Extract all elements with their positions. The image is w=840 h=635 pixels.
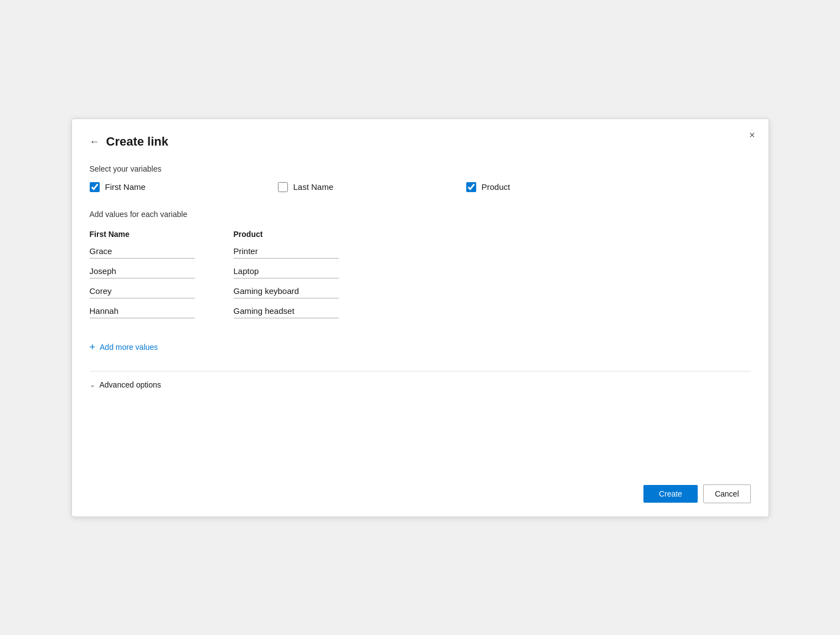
table-row (90, 304, 751, 318)
product-label[interactable]: Product (482, 182, 511, 192)
advanced-section: ⌄ Advanced options (90, 371, 751, 389)
table-row (90, 264, 751, 278)
col-header-first-name: First Name (90, 230, 212, 239)
checkbox-row: First Name Last Name Product (90, 182, 751, 192)
first-name-input-2[interactable] (90, 284, 195, 298)
advanced-options-toggle[interactable]: ⌄ Advanced options (90, 380, 161, 389)
create-button[interactable]: Create (643, 485, 698, 503)
checkbox-first-name: First Name (90, 182, 278, 192)
first-name-input-0[interactable] (90, 244, 195, 259)
first-name-checkbox[interactable] (90, 182, 100, 192)
add-more-label: Add more values (100, 343, 158, 352)
values-section: Add values for each variable First Name … (90, 210, 751, 324)
dialog-title: Create link (106, 135, 169, 149)
variables-section: Select your variables First Name Last Na… (90, 164, 751, 192)
variables-section-label: Select your variables (90, 164, 751, 173)
chevron-down-icon: ⌄ (90, 381, 95, 389)
product-input-2[interactable] (234, 284, 339, 298)
product-input-3[interactable] (234, 304, 339, 318)
values-header-row: First Name Product (90, 230, 751, 239)
dialog-footer: Create Cancel (643, 484, 751, 503)
close-icon[interactable]: × (749, 130, 755, 140)
first-name-input-1[interactable] (90, 264, 195, 278)
back-icon[interactable]: ← (90, 137, 100, 147)
cancel-button[interactable]: Cancel (703, 484, 751, 503)
values-section-title: Add values for each variable (90, 210, 751, 219)
col-header-product: Product (234, 230, 355, 239)
dialog-header: ← Create link (90, 135, 751, 149)
checkbox-last-name: Last Name (278, 182, 466, 192)
last-name-label[interactable]: Last Name (293, 182, 334, 192)
product-input-1[interactable] (234, 264, 339, 278)
table-row (90, 244, 751, 259)
table-row (90, 284, 751, 298)
checkbox-product: Product (466, 182, 655, 192)
values-table: First Name Product (90, 230, 751, 324)
first-name-label[interactable]: First Name (105, 182, 146, 192)
add-more-values-button[interactable]: + Add more values (90, 337, 158, 358)
product-checkbox[interactable] (466, 182, 476, 192)
first-name-input-3[interactable] (90, 304, 195, 318)
plus-icon: + (90, 342, 96, 353)
create-link-dialog: ← Create link × Select your variables Fi… (71, 118, 769, 517)
product-input-0[interactable] (234, 244, 339, 259)
advanced-options-label: Advanced options (100, 380, 161, 389)
last-name-checkbox[interactable] (278, 182, 288, 192)
